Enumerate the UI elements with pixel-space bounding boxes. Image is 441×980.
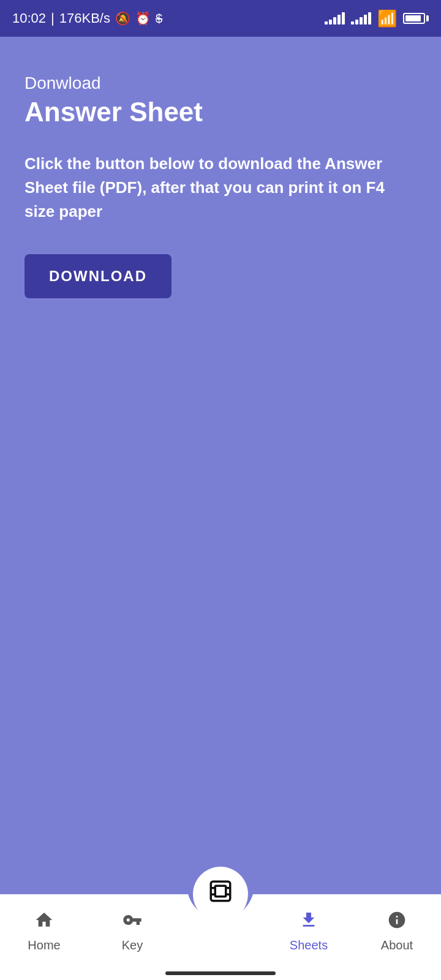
signal-icon-1 bbox=[325, 12, 345, 24]
home-icon bbox=[34, 910, 54, 935]
nav-label-home: Home bbox=[28, 938, 60, 952]
page-description: Click the button below to download the A… bbox=[24, 152, 417, 224]
status-speed: | bbox=[51, 10, 55, 26]
nav-item-home[interactable]: Home bbox=[0, 910, 88, 952]
battery-icon bbox=[403, 13, 429, 24]
main-content: Donwload Answer Sheet Click the button b… bbox=[0, 37, 441, 894]
download-icon bbox=[299, 910, 318, 935]
status-network-speed: 176KB/s bbox=[59, 10, 110, 26]
status-time: 10:02 bbox=[12, 10, 46, 26]
status-right: 📶 bbox=[325, 9, 429, 28]
svg-rect-0 bbox=[211, 881, 230, 901]
download-button[interactable]: DOWNLOAD bbox=[24, 254, 172, 298]
info-icon bbox=[387, 910, 407, 935]
page-subtitle: Donwload bbox=[24, 74, 417, 93]
fab-button[interactable] bbox=[193, 867, 248, 922]
status-left: 10:02 | 176KB/s 🔕 ⏰ $ bbox=[12, 10, 162, 26]
status-bar: 10:02 | 176KB/s 🔕 ⏰ $ 📶 bbox=[0, 0, 441, 37]
nav-item-sheets[interactable]: Sheets bbox=[265, 910, 353, 952]
bottom-navigation: Home Key bbox=[0, 894, 441, 980]
key-icon bbox=[123, 910, 142, 935]
nav-label-sheets: Sheets bbox=[290, 938, 328, 952]
signal-icon-2 bbox=[351, 12, 371, 24]
sim-icon: $ bbox=[156, 12, 162, 26]
alarm-icon: ⏰ bbox=[135, 11, 151, 26]
nav-label-key: Key bbox=[122, 938, 143, 952]
nav-label-about: About bbox=[381, 938, 413, 952]
wifi-icon: 📶 bbox=[377, 9, 397, 28]
nav-item-about[interactable]: About bbox=[353, 910, 441, 952]
nav-item-sheets-fab[interactable] bbox=[176, 867, 265, 962]
page-title: Answer Sheet bbox=[24, 97, 417, 127]
home-indicator bbox=[165, 971, 276, 975]
mute-icon: 🔕 bbox=[115, 11, 130, 26]
svg-rect-1 bbox=[215, 886, 226, 897]
scanner-icon bbox=[208, 878, 233, 910]
nav-item-key[interactable]: Key bbox=[88, 910, 176, 952]
